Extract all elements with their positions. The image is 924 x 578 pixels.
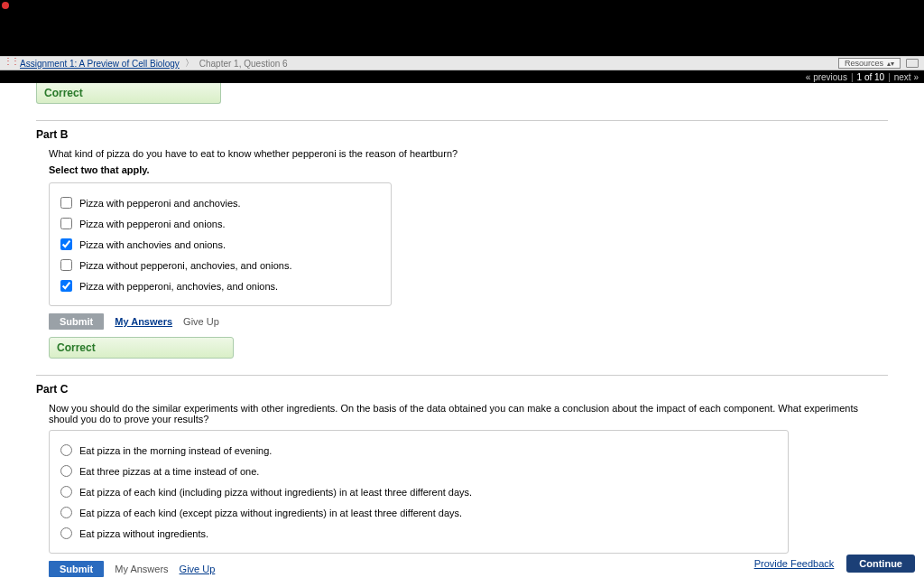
main-content: Correct Part B What kind of pizza do you… bbox=[0, 83, 924, 577]
choice-checkbox[interactable] bbox=[60, 197, 72, 209]
browser-chrome-blackout bbox=[0, 0, 924, 56]
app-icon bbox=[5, 59, 14, 68]
section-divider bbox=[36, 120, 888, 121]
choice-row[interactable]: Pizza with pepperoni and anchovies. bbox=[60, 192, 380, 213]
assignment-breadcrumb-bar: Assignment 1: A Preview of Cell Biology … bbox=[0, 56, 924, 70]
part-c-question: Now you should do the similar experiment… bbox=[36, 403, 888, 424]
choice-label: Pizza without pepperoni, anchovies, and … bbox=[79, 260, 291, 271]
footer-actions: Provide Feedback Continue bbox=[754, 555, 915, 573]
my-answers-link[interactable]: My Answers bbox=[115, 316, 172, 327]
submit-button-disabled[interactable]: Submit bbox=[49, 313, 104, 330]
resources-label: Resources bbox=[845, 59, 883, 68]
choice-label: Pizza with anchovies and onions. bbox=[79, 239, 226, 250]
resources-dropdown[interactable]: Resources ▴▾ bbox=[838, 58, 901, 69]
choice-checkbox[interactable] bbox=[60, 259, 72, 271]
part-b-question: What kind of pizza do you have to eat to… bbox=[36, 148, 888, 159]
choice-row[interactable]: Pizza with pepperoni and onions. bbox=[60, 213, 380, 234]
choice-row[interactable]: Eat three pizzas at a time instead of on… bbox=[60, 461, 777, 481]
question-nav-bar: « previous | 1 of 10 | next » bbox=[0, 70, 924, 83]
choice-label: Eat pizza of each kind (except pizza wit… bbox=[79, 508, 462, 518]
prev-question-link[interactable]: « previous bbox=[806, 72, 847, 82]
choice-checkbox[interactable] bbox=[60, 280, 72, 292]
give-up-link[interactable]: Give Up bbox=[180, 564, 216, 574]
question-counter: 1 of 10 bbox=[857, 72, 885, 82]
part-a-result-container: Correct bbox=[36, 83, 888, 104]
submit-button[interactable]: Submit bbox=[49, 561, 104, 577]
choice-label: Eat three pizzas at a time instead of on… bbox=[79, 466, 259, 477]
nav-sep: | bbox=[851, 72, 854, 82]
window-close-dot bbox=[2, 2, 9, 9]
correct-badge: Correct bbox=[49, 337, 234, 359]
part-b-instruction: Select two that apply. bbox=[36, 164, 888, 175]
provide-feedback-link[interactable]: Provide Feedback bbox=[754, 558, 835, 569]
choice-radio[interactable] bbox=[60, 465, 72, 477]
correct-badge: Correct bbox=[36, 83, 221, 104]
choice-checkbox[interactable] bbox=[60, 238, 72, 250]
chevron-updown-icon: ▴▾ bbox=[887, 60, 894, 68]
part-b-choices: Pizza with pepperoni and anchovies. Pizz… bbox=[49, 182, 392, 306]
choice-radio[interactable] bbox=[60, 527, 72, 539]
give-up-link[interactable]: Give Up bbox=[183, 316, 219, 327]
next-question-link[interactable]: next » bbox=[894, 72, 919, 82]
choice-radio[interactable] bbox=[60, 486, 72, 498]
choice-row[interactable]: Pizza with anchovies and onions. bbox=[60, 234, 380, 255]
continue-button[interactable]: Continue bbox=[846, 555, 915, 573]
choice-label: Eat pizza of each kind (including pizza … bbox=[79, 487, 472, 498]
choice-label: Eat pizza in the morning instead of even… bbox=[79, 445, 272, 456]
choice-radio[interactable] bbox=[60, 444, 72, 456]
part-b-title: Part B bbox=[36, 128, 888, 141]
part-b-actions: Submit My Answers Give Up bbox=[49, 313, 888, 330]
choice-row[interactable]: Eat pizza of each kind (including pizza … bbox=[60, 481, 777, 502]
part-b-result-container: Correct bbox=[49, 337, 888, 359]
choice-row[interactable]: Eat pizza of each kind (except pizza wit… bbox=[60, 502, 777, 523]
choice-label: Eat pizza without ingredients. bbox=[79, 528, 208, 539]
print-icon[interactable] bbox=[906, 59, 919, 68]
breadcrumb-sep: 〉 bbox=[185, 57, 194, 70]
choice-checkbox[interactable] bbox=[60, 218, 72, 229]
choice-row[interactable]: Eat pizza without ingredients. bbox=[60, 523, 777, 544]
part-c-title: Part C bbox=[36, 383, 888, 396]
part-c-choices: Eat pizza in the morning instead of even… bbox=[49, 430, 789, 554]
choice-row[interactable]: Pizza with pepperoni, anchovies, and oni… bbox=[60, 275, 380, 296]
choice-radio[interactable] bbox=[60, 507, 72, 518]
choice-row[interactable]: Pizza without pepperoni, anchovies, and … bbox=[60, 255, 380, 275]
choice-row[interactable]: Eat pizza in the morning instead of even… bbox=[60, 440, 777, 461]
section-divider bbox=[36, 375, 888, 376]
nav-sep: | bbox=[888, 72, 891, 82]
choice-label: Pizza with pepperoni and anchovies. bbox=[79, 198, 241, 209]
choice-label: Pizza with pepperoni and onions. bbox=[79, 219, 225, 229]
my-answers-link[interactable]: My Answers bbox=[115, 564, 168, 574]
assignment-link[interactable]: Assignment 1: A Preview of Cell Biology bbox=[20, 59, 180, 69]
choice-label: Pizza with pepperoni, anchovies, and oni… bbox=[79, 281, 278, 292]
chapter-label: Chapter 1, Question 6 bbox=[199, 59, 288, 69]
